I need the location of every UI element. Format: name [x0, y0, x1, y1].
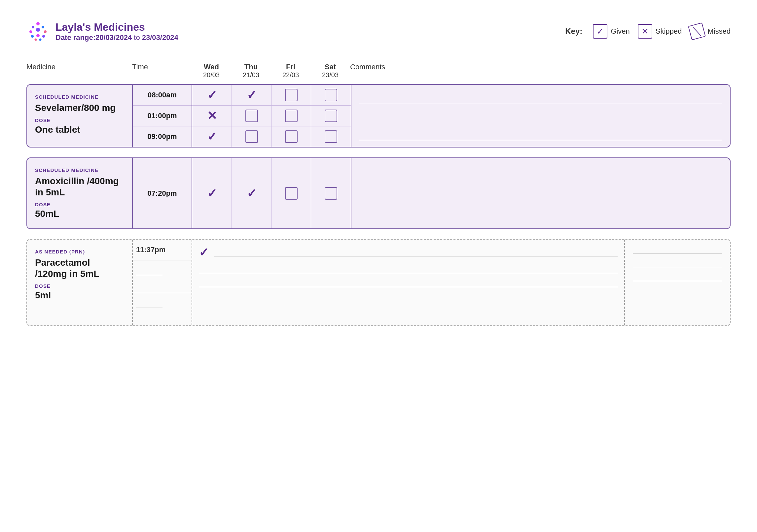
day-cell — [271, 158, 311, 228]
day-cell: ✓ — [192, 85, 232, 106]
empty-box — [285, 187, 298, 200]
svg-point-10 — [39, 39, 42, 41]
col-medicine: Medicine — [26, 63, 132, 79]
day-col-sat-sevelamer — [311, 85, 351, 147]
med-type: SCHEDULED MEDICINE — [35, 94, 124, 100]
empty-box — [285, 110, 298, 122]
med-name: Paracetamol /120mg in 5mL — [35, 257, 124, 279]
empty-box — [325, 89, 337, 101]
key-label: Key: — [565, 27, 582, 36]
title-block: Layla's Medicines Date range:20/03/2024 … — [55, 21, 178, 42]
day-cell — [271, 126, 311, 147]
empty-box — [325, 187, 337, 200]
svg-point-5 — [44, 30, 47, 33]
time-row-1: 08:00am — [133, 85, 192, 106]
med-dose-label: DOSE — [35, 202, 124, 207]
day-col-thu-sevelamer: ✓ — [232, 85, 271, 147]
logo-icon — [26, 20, 50, 43]
times-column-amoxicillin: 07:20pm — [133, 158, 192, 228]
time-row-2: 01:00pm — [133, 106, 192, 126]
svg-point-1 — [32, 26, 34, 28]
day-cell — [311, 126, 351, 147]
empty-box — [245, 110, 258, 122]
col-comments: Comments — [350, 63, 731, 79]
key-given: ✓ Given — [593, 24, 630, 39]
comment-line — [359, 91, 722, 103]
col-day-sat: Sat 23/03 — [310, 63, 350, 79]
table-header: Medicine Time Wed 20/03 Thu 21/03 Fri 22… — [26, 59, 731, 84]
check-icon: ✓ — [207, 186, 217, 200]
prn-entry-1: ✓ — [199, 246, 618, 259]
medicine-info-amoxicillin: SCHEDULED MEDICINE Amoxicillin /400mg in… — [27, 158, 133, 228]
day-cell — [311, 85, 351, 106]
comments-col-sevelamer — [351, 85, 730, 147]
prn-entry-2 — [199, 265, 618, 273]
prn-entry-3 — [199, 279, 618, 287]
card-inner: SCHEDULED MEDICINE Amoxicillin /400mg in… — [27, 158, 730, 228]
day-col-fri-sevelamer — [271, 85, 311, 147]
day-cell: ✓ — [232, 158, 271, 228]
med-name: Amoxicillin /400mg in 5mL — [35, 176, 124, 198]
key-skipped: ✕ Skipped — [638, 24, 682, 39]
page-title: Layla's Medicines — [55, 21, 178, 33]
prn-time-row-3 — [133, 293, 192, 325]
svg-point-3 — [29, 30, 32, 33]
check-icon: ✓ — [207, 88, 217, 102]
prn-entry-line — [199, 279, 618, 287]
svg-point-9 — [35, 39, 37, 41]
prn-time-row-1: 11:37pm — [133, 240, 192, 260]
day-col-thu-amoxicillin: ✓ — [232, 158, 271, 228]
svg-point-7 — [36, 34, 40, 37]
comment-line — [359, 128, 722, 140]
date-from: 20/03/2024 — [95, 33, 132, 42]
empty-box — [325, 110, 337, 122]
med-dose-value: 5ml — [35, 290, 124, 301]
day-cell — [271, 106, 311, 126]
med-dose-label: DOSE — [35, 283, 124, 289]
medicine-card-paracetamol: AS NEEDED (PRN) Paracetamol /120mg in 5m… — [26, 239, 731, 326]
medicine-info-paracetamol: AS NEEDED (PRN) Paracetamol /120mg in 5m… — [27, 240, 133, 325]
col-time: Time — [132, 63, 192, 79]
time-row-3: 09:00pm — [133, 126, 192, 147]
prn-comment-line — [633, 259, 722, 267]
date-range-prefix: Date range: — [55, 33, 95, 42]
day-cell: ✕ — [192, 106, 232, 126]
check-icon: ✓ — [199, 246, 209, 259]
key-missed-icon: ╲ — [688, 22, 706, 40]
empty-box — [245, 130, 258, 143]
key-skipped-label: Skipped — [656, 27, 682, 36]
x-icon: ✕ — [207, 109, 217, 123]
med-dose-label: DOSE — [35, 117, 124, 123]
date-range: Date range:20/03/2024 to 23/03/2024 — [55, 33, 178, 42]
day-col-sat-amoxicillin — [311, 158, 351, 228]
col-day-fri: Fri 22/03 — [271, 63, 310, 79]
prn-entry-line — [214, 249, 618, 256]
day-col-fri-amoxicillin — [271, 158, 311, 228]
key-missed: ╲ Missed — [690, 24, 731, 39]
day-cell: ✓ — [192, 126, 232, 147]
date-to: 23/03/2024 — [142, 33, 178, 42]
day-cell — [232, 106, 271, 126]
empty-box — [285, 130, 298, 143]
med-dose-value: One tablet — [35, 124, 124, 135]
check-icon: ✓ — [247, 88, 257, 102]
col-day-thu: Thu 21/03 — [231, 63, 271, 79]
empty-box — [285, 89, 298, 101]
check-icon: ✓ — [207, 130, 217, 144]
comment-line — [359, 187, 722, 199]
page-header: Layla's Medicines Date range:20/03/2024 … — [26, 20, 731, 43]
key-missed-label: Missed — [707, 27, 731, 36]
key-section: Key: ✓ Given ✕ Skipped ╲ Missed — [565, 24, 731, 39]
svg-point-0 — [36, 22, 40, 25]
medicine-card-amoxicillin: SCHEDULED MEDICINE Amoxicillin /400mg in… — [26, 157, 731, 229]
times-column-sevelamer: 08:00am 01:00pm 09:00pm — [133, 85, 192, 147]
med-dose-value: 50mL — [35, 209, 124, 219]
prn-comment-line — [633, 246, 722, 253]
day-cell — [311, 158, 351, 228]
card-inner: SCHEDULED MEDICINE Sevelamer/800 mg DOSE… — [27, 85, 730, 147]
prn-entry-line — [199, 265, 618, 273]
svg-point-8 — [42, 35, 45, 38]
day-cell — [311, 106, 351, 126]
med-type: AS NEEDED (PRN) — [35, 249, 124, 254]
svg-point-6 — [31, 35, 34, 38]
